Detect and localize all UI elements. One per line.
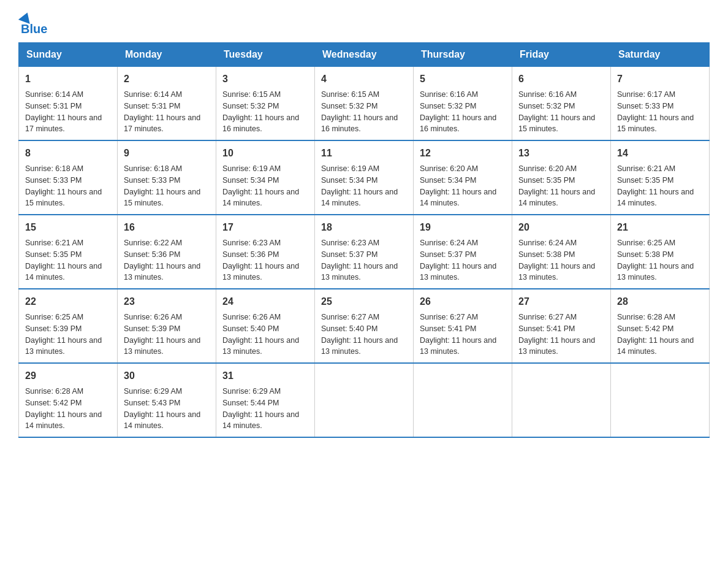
day-number: 23 — [124, 294, 210, 309]
calendar-cell: 14Sunrise: 6:21 AMSunset: 5:35 PMDayligh… — [611, 140, 710, 215]
calendar-cell: 10Sunrise: 6:19 AMSunset: 5:34 PMDayligh… — [216, 140, 315, 215]
calendar-cell: 24Sunrise: 6:26 AMSunset: 5:40 PMDayligh… — [216, 289, 315, 363]
day-number: 12 — [420, 146, 506, 161]
day-detail: Sunrise: 6:28 AMSunset: 5:42 PMDaylight:… — [617, 312, 703, 358]
day-detail: Sunrise: 6:21 AMSunset: 5:35 PMDaylight:… — [617, 163, 703, 209]
calendar-cell: 11Sunrise: 6:19 AMSunset: 5:34 PMDayligh… — [315, 140, 414, 215]
calendar-week-row: 15Sunrise: 6:21 AMSunset: 5:35 PMDayligh… — [19, 215, 710, 289]
calendar-cell: 17Sunrise: 6:23 AMSunset: 5:36 PMDayligh… — [216, 215, 315, 289]
day-number: 8 — [25, 146, 111, 161]
day-detail: Sunrise: 6:26 AMSunset: 5:40 PMDaylight:… — [222, 312, 308, 358]
day-number: 5 — [420, 72, 506, 86]
calendar-cell: 27Sunrise: 6:27 AMSunset: 5:41 PMDayligh… — [512, 289, 611, 363]
day-detail: Sunrise: 6:15 AMSunset: 5:32 PMDaylight:… — [321, 89, 407, 135]
day-detail: Sunrise: 6:23 AMSunset: 5:36 PMDaylight:… — [222, 237, 308, 283]
calendar-cell: 23Sunrise: 6:26 AMSunset: 5:39 PMDayligh… — [118, 289, 216, 363]
calendar-week-row: 29Sunrise: 6:28 AMSunset: 5:42 PMDayligh… — [19, 363, 710, 437]
day-detail: Sunrise: 6:16 AMSunset: 5:32 PMDaylight:… — [518, 89, 604, 135]
day-number: 18 — [321, 220, 407, 235]
calendar-cell — [414, 363, 512, 437]
header-thursday: Thursday — [414, 43, 512, 67]
page-header: Blue — [18, 12, 710, 36]
calendar-cell: 25Sunrise: 6:27 AMSunset: 5:40 PMDayligh… — [315, 289, 414, 363]
day-number: 17 — [222, 220, 308, 235]
calendar-week-row: 8Sunrise: 6:18 AMSunset: 5:33 PMDaylight… — [19, 140, 710, 215]
header-sunday: Sunday — [19, 43, 118, 67]
calendar-cell: 1Sunrise: 6:14 AMSunset: 5:31 PMDaylight… — [19, 67, 118, 141]
calendar-cell: 6Sunrise: 6:16 AMSunset: 5:32 PMDaylight… — [512, 67, 611, 141]
day-detail: Sunrise: 6:16 AMSunset: 5:32 PMDaylight:… — [420, 89, 506, 135]
calendar-cell: 18Sunrise: 6:23 AMSunset: 5:37 PMDayligh… — [315, 215, 414, 289]
day-detail: Sunrise: 6:25 AMSunset: 5:39 PMDaylight:… — [25, 312, 111, 358]
day-number: 29 — [25, 369, 111, 383]
day-detail: Sunrise: 6:20 AMSunset: 5:35 PMDaylight:… — [518, 163, 604, 209]
day-number: 6 — [518, 72, 604, 86]
header-saturday: Saturday — [611, 43, 710, 67]
calendar-cell: 8Sunrise: 6:18 AMSunset: 5:33 PMDaylight… — [19, 140, 118, 215]
day-detail: Sunrise: 6:24 AMSunset: 5:37 PMDaylight:… — [420, 237, 506, 283]
day-detail: Sunrise: 6:15 AMSunset: 5:32 PMDaylight:… — [222, 89, 308, 135]
calendar-cell: 13Sunrise: 6:20 AMSunset: 5:35 PMDayligh… — [512, 140, 611, 215]
header-tuesday: Tuesday — [216, 43, 315, 67]
calendar-cell: 3Sunrise: 6:15 AMSunset: 5:32 PMDaylight… — [216, 67, 315, 141]
calendar-week-row: 22Sunrise: 6:25 AMSunset: 5:39 PMDayligh… — [19, 289, 710, 363]
day-number: 1 — [25, 72, 111, 86]
day-detail: Sunrise: 6:29 AMSunset: 5:43 PMDaylight:… — [124, 386, 210, 432]
calendar-cell: 19Sunrise: 6:24 AMSunset: 5:37 PMDayligh… — [414, 215, 512, 289]
day-detail: Sunrise: 6:26 AMSunset: 5:39 PMDaylight:… — [124, 312, 210, 358]
day-number: 25 — [321, 294, 407, 309]
day-detail: Sunrise: 6:17 AMSunset: 5:33 PMDaylight:… — [617, 89, 703, 135]
day-detail: Sunrise: 6:21 AMSunset: 5:35 PMDaylight:… — [25, 237, 111, 283]
header-friday: Friday — [512, 43, 611, 67]
calendar-cell: 31Sunrise: 6:29 AMSunset: 5:44 PMDayligh… — [216, 363, 315, 437]
calendar-cell: 22Sunrise: 6:25 AMSunset: 5:39 PMDayligh… — [19, 289, 118, 363]
day-number: 15 — [25, 220, 111, 235]
day-detail: Sunrise: 6:27 AMSunset: 5:41 PMDaylight:… — [518, 312, 604, 358]
day-number: 10 — [222, 146, 308, 161]
calendar-header-row: SundayMondayTuesdayWednesdayThursdayFrid… — [19, 43, 710, 67]
calendar-cell — [611, 363, 710, 437]
logo-subtitle: Blue — [21, 22, 47, 36]
day-number: 11 — [321, 146, 407, 161]
day-detail: Sunrise: 6:18 AMSunset: 5:33 PMDaylight:… — [25, 163, 111, 209]
calendar-cell: 2Sunrise: 6:14 AMSunset: 5:31 PMDaylight… — [118, 67, 216, 141]
day-number: 30 — [124, 369, 210, 383]
day-detail: Sunrise: 6:27 AMSunset: 5:40 PMDaylight:… — [321, 312, 407, 358]
day-number: 13 — [518, 146, 604, 161]
day-detail: Sunrise: 6:25 AMSunset: 5:38 PMDaylight:… — [617, 237, 703, 283]
calendar-cell: 12Sunrise: 6:20 AMSunset: 5:34 PMDayligh… — [414, 140, 512, 215]
calendar-cell: 15Sunrise: 6:21 AMSunset: 5:35 PMDayligh… — [19, 215, 118, 289]
calendar-cell: 28Sunrise: 6:28 AMSunset: 5:42 PMDayligh… — [611, 289, 710, 363]
calendar-table: SundayMondayTuesdayWednesdayThursdayFrid… — [18, 42, 710, 438]
header-wednesday: Wednesday — [315, 43, 414, 67]
calendar-cell: 7Sunrise: 6:17 AMSunset: 5:33 PMDaylight… — [611, 67, 710, 141]
day-detail: Sunrise: 6:20 AMSunset: 5:34 PMDaylight:… — [420, 163, 506, 209]
day-number: 2 — [124, 72, 210, 86]
calendar-cell: 29Sunrise: 6:28 AMSunset: 5:42 PMDayligh… — [19, 363, 118, 437]
calendar-cell — [512, 363, 611, 437]
calendar-cell: 30Sunrise: 6:29 AMSunset: 5:43 PMDayligh… — [118, 363, 216, 437]
day-number: 28 — [617, 294, 703, 309]
day-number: 27 — [518, 294, 604, 309]
calendar-cell: 4Sunrise: 6:15 AMSunset: 5:32 PMDaylight… — [315, 67, 414, 141]
day-number: 20 — [518, 220, 604, 235]
header-monday: Monday — [118, 43, 216, 67]
day-detail: Sunrise: 6:19 AMSunset: 5:34 PMDaylight:… — [321, 163, 407, 209]
day-detail: Sunrise: 6:14 AMSunset: 5:31 PMDaylight:… — [25, 89, 111, 135]
calendar-cell: 26Sunrise: 6:27 AMSunset: 5:41 PMDayligh… — [414, 289, 512, 363]
day-number: 9 — [124, 146, 210, 161]
day-detail: Sunrise: 6:24 AMSunset: 5:38 PMDaylight:… — [518, 237, 604, 283]
calendar-cell — [315, 363, 414, 437]
day-number: 21 — [617, 220, 703, 235]
calendar-cell: 21Sunrise: 6:25 AMSunset: 5:38 PMDayligh… — [611, 215, 710, 289]
logo: Blue — [18, 12, 47, 36]
day-detail: Sunrise: 6:23 AMSunset: 5:37 PMDaylight:… — [321, 237, 407, 283]
day-detail: Sunrise: 6:29 AMSunset: 5:44 PMDaylight:… — [222, 386, 308, 432]
day-number: 14 — [617, 146, 703, 161]
day-number: 19 — [420, 220, 506, 235]
day-number: 7 — [617, 72, 703, 86]
day-number: 4 — [321, 72, 407, 86]
day-detail: Sunrise: 6:28 AMSunset: 5:42 PMDaylight:… — [25, 386, 111, 432]
calendar-cell: 9Sunrise: 6:18 AMSunset: 5:33 PMDaylight… — [118, 140, 216, 215]
calendar-cell: 16Sunrise: 6:22 AMSunset: 5:36 PMDayligh… — [118, 215, 216, 289]
